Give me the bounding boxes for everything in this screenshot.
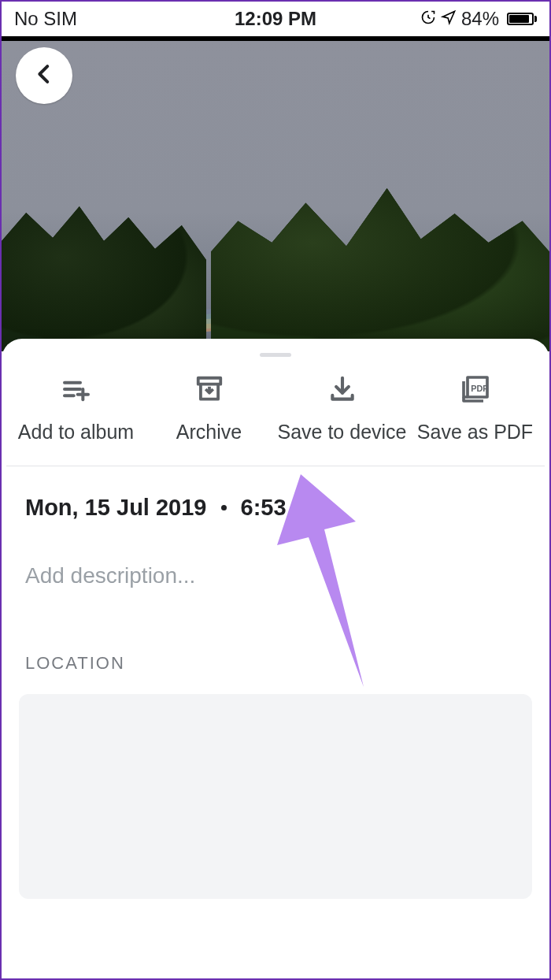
photo-date: Mon, 15 Jul 2019 xyxy=(25,495,207,521)
svg-rect-5 xyxy=(198,378,220,384)
archive-button[interactable]: Archive xyxy=(142,373,276,444)
action-label: Save as PDF xyxy=(417,420,533,444)
location-arrow-icon xyxy=(441,8,457,30)
svg-marker-10 xyxy=(277,474,364,687)
chevron-left-icon xyxy=(31,61,57,91)
archive-icon xyxy=(193,373,226,406)
add-to-album-button[interactable]: Add to album xyxy=(9,373,142,444)
battery-icon xyxy=(504,13,537,25)
photo-preview[interactable] xyxy=(2,36,549,351)
status-right: 84% xyxy=(420,8,537,30)
back-button[interactable] xyxy=(16,47,72,104)
actions-row: Add to album Archive Save to device PDF … xyxy=(2,373,549,466)
screen: { "status": { "carrier": "No SIM", "time… xyxy=(0,0,551,980)
add-to-album-icon xyxy=(60,373,93,406)
svg-text:PDF: PDF xyxy=(471,384,488,393)
action-label: Save to device xyxy=(278,420,407,444)
annotation-arrow xyxy=(269,474,395,698)
battery-percent: 84% xyxy=(461,8,499,30)
save-to-device-button[interactable]: Save to device xyxy=(276,373,409,444)
pdf-icon: PDF xyxy=(459,373,492,406)
download-icon xyxy=(326,373,359,406)
save-as-pdf-button[interactable]: PDF Save as PDF xyxy=(409,373,542,444)
action-label: Add to album xyxy=(18,420,134,444)
sheet-grabber[interactable] xyxy=(260,353,291,357)
orientation-lock-icon xyxy=(420,8,436,30)
location-map[interactable] xyxy=(19,694,532,899)
action-label: Archive xyxy=(176,420,242,444)
dot-separator xyxy=(221,505,227,510)
status-bar: No SIM 12:09 PM 84% xyxy=(2,2,549,36)
